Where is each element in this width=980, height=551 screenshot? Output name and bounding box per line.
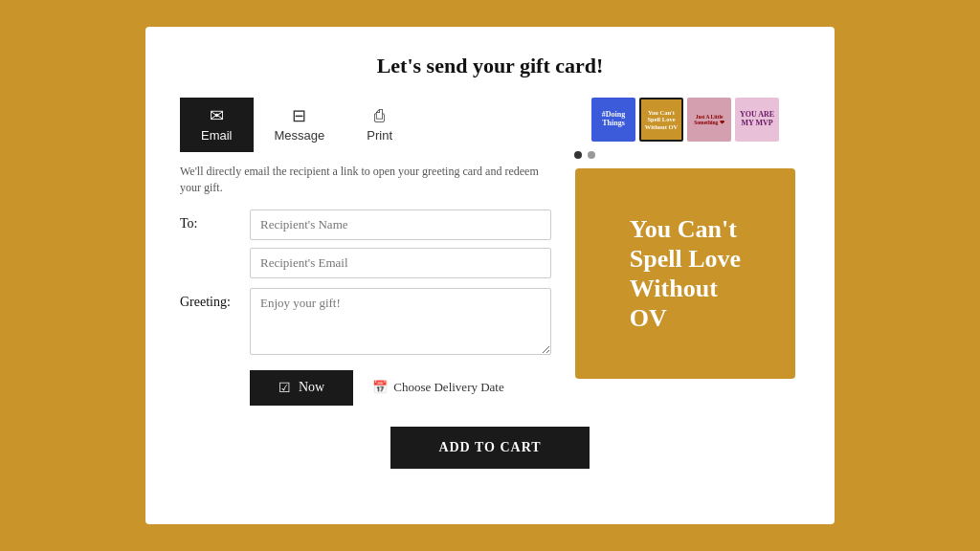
add-to-cart-row: ADD TO CART (180, 427, 800, 469)
recipient-email-input[interactable] (250, 248, 551, 278)
tab-email[interactable]: ✉ Email (180, 98, 254, 152)
card-thumbnails: #DoingThings You Can't Spell Love Withou… (591, 98, 779, 142)
message-icon: ⊟ (292, 107, 306, 124)
tab-print-label: Print (367, 128, 392, 143)
card-thumb-mvp[interactable]: YOU ARE MY MVP (735, 98, 779, 142)
email-icon: ✉ (210, 107, 224, 124)
card-art-text: Just A Little Something ❤ (689, 114, 729, 125)
to-row: To: (180, 209, 551, 278)
tab-email-label: Email (201, 128, 233, 143)
tab-print[interactable]: ⎙ Print (345, 98, 413, 152)
card-line3: Without (630, 275, 718, 302)
right-panel: #DoingThings You Can't Spell Love Withou… (570, 98, 800, 406)
card-thumb-ov[interactable]: You Can't Spell Love Without OV (639, 98, 683, 142)
card-ov-text: You Can't Spell Love Without OV (643, 109, 679, 129)
card-line4: OV (630, 304, 667, 332)
modal-title: Let's send your gift card! (180, 54, 800, 78)
gift-card-modal: Let's send your gift card! ✉ Email ⊟ Mes… (145, 27, 835, 524)
greeting-inputs (250, 288, 551, 355)
calendar-check-icon: ☑ (278, 380, 291, 396)
print-icon: ⎙ (374, 107, 385, 124)
recipient-name-input[interactable] (250, 209, 551, 240)
now-label: Now (299, 380, 324, 395)
calendar-icon: 📅 (372, 380, 388, 395)
add-to-cart-button[interactable]: ADD TO CART (390, 427, 589, 469)
card-thumb-art[interactable]: Just A Little Something ❤ (687, 98, 731, 142)
left-panel: ✉ Email ⊟ Message ⎙ Print We'll directly… (180, 98, 551, 406)
card-thumb-doing[interactable]: #DoingThings (591, 98, 635, 142)
add-to-cart-label: ADD TO CART (438, 440, 541, 454)
now-button[interactable]: ☑ Now (250, 370, 353, 406)
card-line2: Spell Love (630, 245, 741, 273)
card-preview-text: You Can't Spell Love Without OV (630, 214, 741, 334)
choose-date-button[interactable]: 📅 Choose Delivery Date (372, 380, 504, 395)
card-line1: You Can't (630, 215, 737, 243)
choose-date-label: Choose Delivery Date (393, 380, 504, 395)
card-doing-text: #DoingThings (602, 111, 625, 128)
to-inputs (250, 209, 551, 278)
card-preview: You Can't Spell Love Without OV (575, 168, 795, 379)
to-label: To: (180, 209, 242, 231)
tab-message-label: Message (275, 128, 325, 143)
content-area: ✉ Email ⊟ Message ⎙ Print We'll directly… (180, 98, 800, 406)
greeting-label: Greeting: (180, 288, 242, 310)
tabs: ✉ Email ⊟ Message ⎙ Print (180, 98, 551, 152)
dot-1[interactable] (574, 151, 582, 159)
greeting-row: Greeting: (180, 288, 551, 355)
card-mvp-text: YOU ARE MY MVP (737, 111, 777, 128)
pagination-dots (570, 151, 595, 159)
delivery-row: ☑ Now 📅 Choose Delivery Date (250, 370, 551, 406)
greeting-textarea[interactable] (250, 288, 551, 355)
tab-message[interactable]: ⊟ Message (254, 98, 346, 152)
info-text: We'll directly email the recipient a lin… (180, 164, 551, 196)
dot-2[interactable] (588, 151, 595, 159)
